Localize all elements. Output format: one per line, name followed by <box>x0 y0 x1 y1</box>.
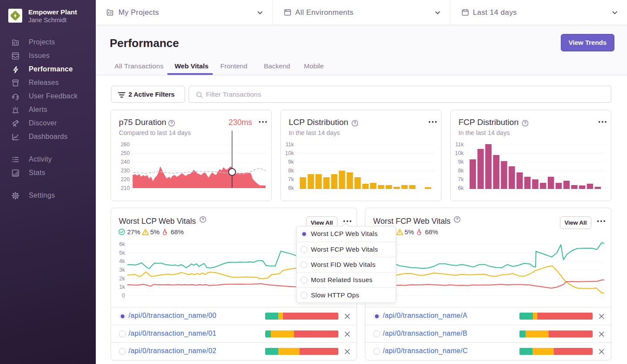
svg-text:9k: 9k <box>458 159 464 165</box>
svg-text:1k: 1k <box>119 284 125 290</box>
svg-text:4k: 4k <box>119 258 125 264</box>
svg-text:10k: 10k <box>455 150 464 156</box>
svg-text:0: 0 <box>122 293 125 299</box>
svg-text:8k: 8k <box>458 168 464 174</box>
svg-text:6k: 6k <box>288 185 294 191</box>
svg-text:11k: 11k <box>286 142 294 148</box>
svg-text:6k: 6k <box>119 241 125 247</box>
svg-text:6k: 6k <box>458 185 464 191</box>
svg-text:8k: 8k <box>288 168 294 174</box>
svg-text:2k: 2k <box>119 276 125 282</box>
svg-text:7k: 7k <box>458 176 464 182</box>
svg-text:240: 240 <box>121 159 130 165</box>
svg-text:7k: 7k <box>288 176 294 182</box>
svg-text:250: 250 <box>121 150 130 156</box>
svg-text:260: 260 <box>121 142 130 148</box>
svg-text:11k: 11k <box>455 142 464 148</box>
svg-text:230: 230 <box>121 168 130 174</box>
svg-text:220: 220 <box>121 176 130 182</box>
svg-text:210: 210 <box>121 185 130 191</box>
svg-text:10k: 10k <box>285 150 294 156</box>
svg-text:5k: 5k <box>119 250 125 256</box>
svg-text:9k: 9k <box>288 159 294 165</box>
svg-text:3k: 3k <box>119 267 125 273</box>
